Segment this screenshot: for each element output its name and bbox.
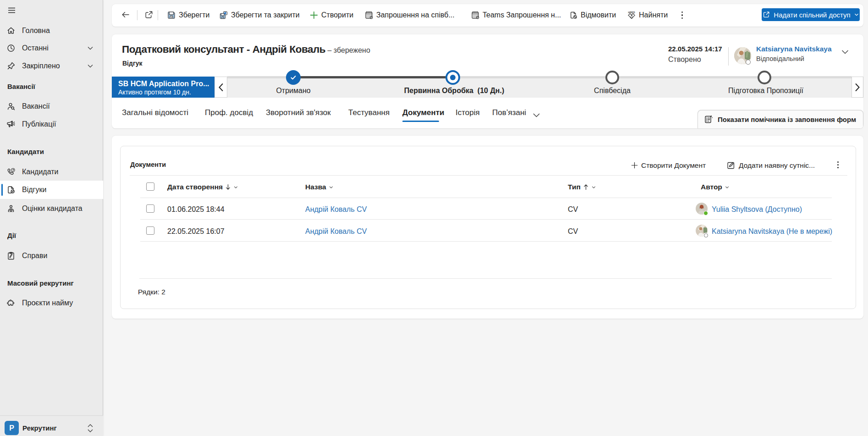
svg-text:HIRED: HIRED bbox=[628, 11, 635, 14]
